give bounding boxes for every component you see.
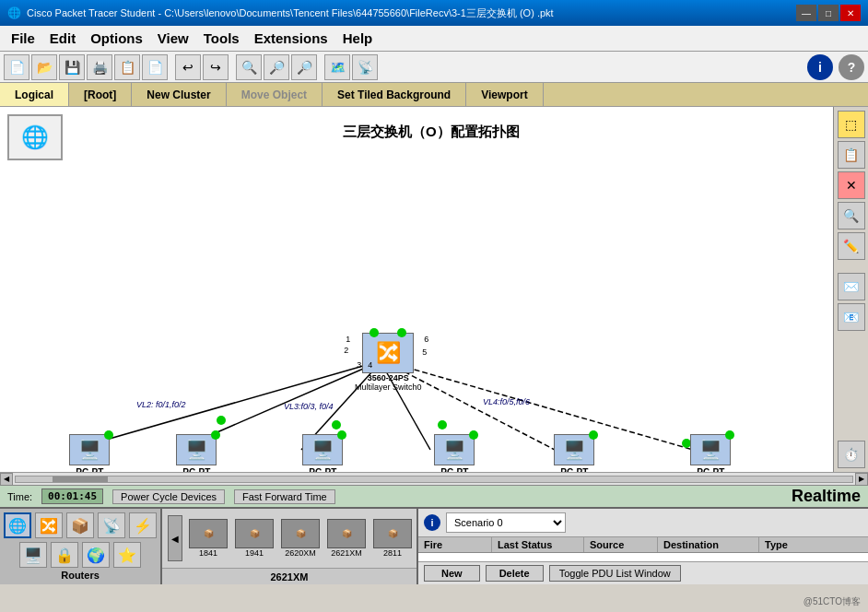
pdu-table-header: Fire Last Status Source Destination Type <box>418 537 868 553</box>
menu-file[interactable]: File <box>4 29 42 48</box>
model-2621xm[interactable]: 📦 2621XM <box>326 519 367 558</box>
menu-extensions[interactable]: Extensions <box>247 29 335 48</box>
menu-tools[interactable]: Tools <box>196 29 247 48</box>
pdu-info-icon: i <box>424 514 440 531</box>
switch-node[interactable]: 1 2 3 4 5 6 🔀 3560-24PS Multilayer Switc… <box>355 333 422 392</box>
horizontal-scrollbar[interactable]: ◀ ▶ <box>0 472 868 485</box>
tb-zoom-reset-button[interactable]: 🔎 <box>291 54 317 80</box>
sidebar-zoom-tool[interactable]: 🔍 <box>838 202 865 230</box>
sidebar-realtime-btn[interactable]: ⏱️ <box>838 441 865 468</box>
pc-node-pc6[interactable]: 🖥️ PC-PT PC6 I P;192.168.3.2/24 网关;192.1… <box>669 434 753 472</box>
pc-node-pc4[interactable]: 🖥️ PC-PT PC4 I P;192.168.2.2/24 网关;192.1… <box>413 434 497 472</box>
scenario-select[interactable]: Scenario 0 <box>446 512 566 533</box>
menu-help[interactable]: Help <box>335 29 381 48</box>
category-routers-icon[interactable]: 🌐 <box>4 512 31 538</box>
title-text: Cisco Packet Tracer Student - C:\Users\l… <box>27 6 796 20</box>
statusbar: Time: 00:01:45 Power Cycle Devices Fast … <box>0 485 868 507</box>
maximize-button[interactable]: □ <box>818 5 839 21</box>
model-2811-label: 2811 <box>383 548 402 558</box>
category-switches-icon[interactable]: 🔀 <box>35 512 63 538</box>
pc5-icon: 🖥️ <box>554 434 594 465</box>
time-value: 00:01:45 <box>41 488 103 504</box>
vlan3-label: VL3:f0/3, f0/4 <box>284 402 334 411</box>
sidebar-inspect-tool[interactable]: 📋 <box>838 141 865 169</box>
model-1841[interactable]: 📦 1841 <box>188 519 229 558</box>
tb-save-button[interactable]: 💾 <box>59 54 85 80</box>
category-end-devices-icon[interactable]: 🖥️ <box>19 542 47 568</box>
category-connections-icon[interactable]: ⚡ <box>129 512 157 538</box>
nav-set-tiled-background[interactable]: Set Tiled Background <box>323 83 466 106</box>
model-2620xm-label: 2620XM <box>285 548 316 558</box>
help-button[interactable]: ? <box>839 54 864 80</box>
minimize-button[interactable]: — <box>796 5 816 21</box>
tb-device-button[interactable]: 📡 <box>352 54 378 80</box>
network-connections <box>0 107 833 472</box>
close-button[interactable]: ✕ <box>840 5 861 21</box>
menu-options[interactable]: Options <box>83 29 150 48</box>
category-security-icon[interactable]: 🔒 <box>51 542 78 568</box>
sidebar-note-tool[interactable]: ✏️ <box>838 232 865 260</box>
category-custom-icon[interactable]: ⭐ <box>113 542 141 568</box>
device-category-icons: 🌐 🔀 📦 📡 ⚡ <box>4 512 157 538</box>
tb-print-button[interactable]: 🖨️ <box>87 54 112 80</box>
hscroll-left[interactable]: ◀ <box>0 473 13 486</box>
nav-move-object[interactable]: Move Object <box>227 83 323 106</box>
title-icon: 🌐 <box>7 6 21 19</box>
navbar: Logical [Root] New Cluster Move Object S… <box>0 83 868 107</box>
titlebar: 🌐 Cisco Packet Tracer Student - C:\Users… <box>0 0 868 26</box>
pc-node-pc1[interactable]: 🖥️ PC-PT PC1 I P;192.168.1.1/24 网关;192.1… <box>48 434 132 472</box>
model-2811[interactable]: 📦 2811 <box>372 519 413 558</box>
pc6-icon: 🖥️ <box>690 434 731 465</box>
tb-redo-button[interactable]: ↪ <box>203 54 229 80</box>
tb-undo-button[interactable]: ↩ <box>175 54 201 80</box>
tb-zoom-in-button[interactable]: 🔍 <box>236 54 262 80</box>
tb-copy-button[interactable]: 📋 <box>114 54 140 80</box>
nav-viewport[interactable]: Viewport <box>466 83 543 106</box>
pc1-type-label: PC-PT <box>76 467 103 472</box>
menu-view[interactable]: View <box>150 29 196 48</box>
toolbar: 📄 📂 💾 🖨️ 📋 📄 ↩ ↪ 🔍 🔎 🔎 🗺️ 📡 i ? <box>0 52 868 83</box>
nav-logical[interactable]: Logical <box>0 83 69 106</box>
pc-node-pc5[interactable]: 🖥️ PC-PT PC5 I P;192.168.3.2/24 网关;192.1… <box>533 434 616 472</box>
canvas[interactable]: 🌐 三层交换机（O）配置拓扑图 <box>0 107 833 472</box>
tb-grid-button[interactable]: 🗺️ <box>324 54 350 80</box>
power-cycle-button[interactable]: Power Cycle Devices <box>112 489 225 504</box>
category-hubs-icon[interactable]: 📦 <box>66 512 94 538</box>
tb-new-button[interactable]: 📄 <box>4 54 29 80</box>
model-1941[interactable]: 📦 1941 <box>234 519 275 558</box>
sidebar-pdu-tool[interactable]: ✉️ <box>838 273 865 300</box>
category-wireless-icon[interactable]: 📡 <box>98 512 125 538</box>
switch-label-type: Multilayer Switch0 <box>355 382 422 392</box>
menu-edit[interactable]: Edit <box>42 29 83 48</box>
canvas-title: 三层交换机（O）配置拓扑图 <box>343 124 520 141</box>
pdu-table-body <box>418 553 868 561</box>
sidebar-fire-tool[interactable]: 📧 <box>838 303 865 331</box>
category-wan-icon[interactable]: 🌍 <box>82 542 110 568</box>
hscroll-thumb[interactable] <box>53 477 108 482</box>
nav-new-cluster[interactable]: New Cluster <box>132 83 226 106</box>
menubar: File Edit Options View Tools Extensions … <box>0 26 868 52</box>
nav-root[interactable]: [Root] <box>69 83 132 106</box>
delete-pdu-button[interactable]: Delete <box>486 565 544 582</box>
sidebar-delete-tool[interactable]: ✕ <box>838 171 865 199</box>
tb-paste-button[interactable]: 📄 <box>142 54 168 80</box>
pc3-icon: 🖥️ <box>302 434 343 465</box>
tb-open-button[interactable]: 📂 <box>31 54 57 80</box>
hscroll-track[interactable] <box>15 476 853 483</box>
toggle-pdu-list-button[interactable]: Toggle PDU List Window <box>549 565 681 582</box>
info-button[interactable]: i <box>807 54 833 80</box>
sidebar-select-tool[interactable]: ⬚ <box>838 111 865 138</box>
pc6-type-label: PC-PT <box>697 467 724 472</box>
bottom-panel: 🌐 🔀 📦 📡 ⚡ 🖥️ 🔒 🌍 ⭐ Routers ◀ 📦 1841 📦 19… <box>0 507 868 584</box>
model-nav-left[interactable]: ◀ <box>168 515 182 561</box>
model-2620xm[interactable]: 📦 2620XM <box>280 519 321 558</box>
pc2-icon: 🖥️ <box>176 434 217 465</box>
hscroll-right[interactable]: ▶ <box>855 473 868 486</box>
pc-node-pc2[interactable]: 🖥️ PC-PT PC2 I P;192.168.1.2/24 网关;192.1… <box>155 434 239 472</box>
pc-node-pc3[interactable]: 🖥️ PC-PT PC3 I P;192.168.2.1/24 网关;192.1… <box>281 434 365 472</box>
realtime-label: Realtime <box>792 487 861 506</box>
pdu-panel: i Scenario 0 Fire Last Status Source Des… <box>416 509 868 584</box>
tb-zoom-out-button[interactable]: 🔎 <box>264 54 289 80</box>
fast-forward-button[interactable]: Fast Forward Time <box>234 489 335 504</box>
new-pdu-button[interactable]: New <box>424 565 480 582</box>
